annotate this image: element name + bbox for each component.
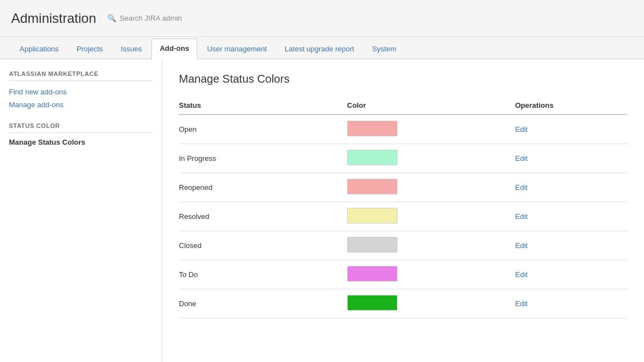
table-col-operations: Operations: [515, 97, 628, 115]
table-row: OpenEdit: [179, 115, 627, 144]
edit-button[interactable]: Edit: [515, 270, 528, 279]
status-color-cell: [347, 144, 515, 173]
nav-tab-system[interactable]: System: [364, 39, 405, 59]
color-swatch: [347, 266, 397, 282]
status-operations: Edit: [515, 260, 628, 289]
color-swatch: [347, 121, 397, 136]
status-color-cell: [347, 231, 515, 260]
status-name: In Progress: [179, 144, 347, 173]
nav-tab-user-management[interactable]: User management: [198, 39, 275, 59]
status-operations: Edit: [515, 202, 628, 231]
nav-tab-latest-upgrade-report[interactable]: Latest upgrade report: [276, 39, 362, 59]
header: Administration 🔍 Search JIRA admin: [0, 0, 644, 37]
status-color-cell: [347, 115, 515, 144]
edit-button[interactable]: Edit: [515, 154, 528, 163]
status-color-cell: [347, 289, 515, 318]
status-name: Reopened: [179, 173, 347, 202]
sidebar-section-title-status-color: STATUS COLOR: [9, 122, 153, 133]
page-title: Administration: [11, 11, 96, 26]
table-row: To DoEdit: [179, 260, 627, 289]
table-row: In ProgressEdit: [179, 144, 627, 173]
edit-button[interactable]: Edit: [515, 125, 528, 134]
sidebar-item-manage-add-ons[interactable]: Manage add-ons: [9, 98, 153, 111]
content-title: Manage Status Colors: [179, 73, 627, 85]
status-color-cell: [347, 202, 515, 231]
table-row: DoneEdit: [179, 289, 627, 318]
nav-tabs: ApplicationsProjectsIssuesAdd-onsUser ma…: [0, 37, 644, 59]
table-header-row: StatusColorOperations: [179, 97, 627, 115]
sidebar-section-atlassian-marketplace: ATLASSIAN MARKETPLACEFind new add-onsMan…: [9, 70, 153, 111]
color-swatch: [347, 179, 397, 194]
status-color-cell: [347, 173, 515, 202]
search-icon: 🔍: [107, 14, 116, 22]
status-operations: Edit: [515, 289, 628, 318]
nav-tab-issues[interactable]: Issues: [112, 39, 150, 59]
status-name: To Do: [179, 260, 347, 289]
table-row: ResolvedEdit: [179, 202, 627, 231]
table-col-color: Color: [347, 97, 515, 115]
edit-button[interactable]: Edit: [515, 212, 528, 221]
search-input-label[interactable]: Search JIRA admin: [120, 14, 182, 22]
edit-button[interactable]: Edit: [515, 299, 528, 308]
main-layout: ATLASSIAN MARKETPLACEFind new add-onsMan…: [0, 59, 644, 362]
nav-tab-add-ons[interactable]: Add-ons: [151, 39, 198, 59]
status-name: Open: [179, 115, 347, 144]
status-name: Done: [179, 289, 347, 318]
search-box[interactable]: 🔍 Search JIRA admin: [107, 14, 182, 22]
color-swatch: [347, 295, 397, 311]
content-area: Manage Status Colors StatusColorOperatio…: [162, 59, 644, 362]
table-row: ClosedEdit: [179, 231, 627, 260]
color-swatch: [347, 150, 397, 165]
color-swatch: [347, 237, 397, 253]
status-name: Resolved: [179, 202, 347, 231]
status-operations: Edit: [515, 173, 628, 202]
nav-tab-applications[interactable]: Applications: [11, 39, 67, 59]
sidebar-item-find-new-add-ons[interactable]: Find new add-ons: [9, 85, 153, 98]
status-operations: Edit: [515, 231, 628, 260]
table-col-status: Status: [179, 97, 347, 115]
sidebar-item-manage-status-colors: Manage Status Colors: [9, 136, 86, 149]
status-operations: Edit: [515, 115, 628, 144]
edit-button[interactable]: Edit: [515, 183, 528, 192]
status-name: Closed: [179, 231, 347, 260]
sidebar-section-status-color: STATUS COLORManage Status Colors: [9, 122, 153, 146]
table-row: ReopenedEdit: [179, 173, 627, 202]
table-header: StatusColorOperations: [179, 97, 627, 115]
edit-button[interactable]: Edit: [515, 241, 528, 250]
status-operations: Edit: [515, 144, 628, 173]
status-color-cell: [347, 260, 515, 289]
sidebar: ATLASSIAN MARKETPLACEFind new add-onsMan…: [0, 59, 162, 362]
color-swatch: [347, 208, 397, 223]
nav-tab-projects[interactable]: Projects: [68, 39, 111, 59]
status-colors-table: StatusColorOperations OpenEditIn Progres…: [179, 97, 627, 318]
table-body: OpenEditIn ProgressEditReopenedEditResol…: [179, 115, 627, 318]
sidebar-section-title-atlassian-marketplace: ATLASSIAN MARKETPLACE: [9, 70, 153, 81]
